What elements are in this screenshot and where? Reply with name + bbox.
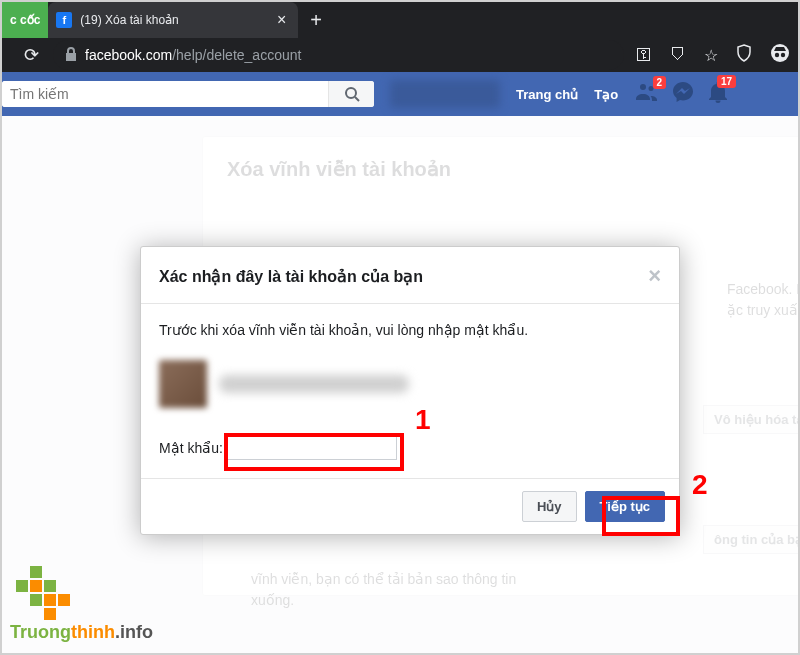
- svg-line-4: [355, 97, 359, 101]
- search-input[interactable]: [2, 81, 328, 107]
- url-text: facebook.com/help/delete_account: [85, 47, 301, 63]
- header-icons: 2 17: [636, 81, 728, 107]
- nav-create[interactable]: Tạo: [594, 87, 618, 102]
- watermark: Truongthinh.info: [10, 566, 153, 643]
- search-wrap: [2, 81, 374, 107]
- notifications-icon[interactable]: 17: [708, 81, 728, 107]
- watermark-logo: [16, 566, 153, 620]
- shield-icon[interactable]: [736, 44, 752, 66]
- profile-row: [159, 360, 661, 408]
- cancel-button[interactable]: Hủy: [522, 491, 577, 522]
- lock-icon: [65, 47, 77, 64]
- address-bar: ⟳ facebook.com/help/delete_account ⚿ ⛉ ☆: [2, 38, 798, 72]
- password-input[interactable]: [227, 436, 397, 460]
- facebook-header: Trang chủ Tạo 2 17: [2, 72, 798, 116]
- modal-description: Trước khi xóa vĩnh viễn tài khoản, vui l…: [159, 322, 661, 338]
- browser-tab-active[interactable]: f (19) Xóa tài khoản ×: [48, 2, 298, 38]
- coccoc-badge: c cốc: [2, 2, 48, 38]
- modal-header: Xác nhận đây là tài khoản của bạn ×: [141, 247, 679, 304]
- annotation-number-1: 1: [415, 404, 431, 436]
- modal-title: Xác nhận đây là tài khoản của bạn: [159, 267, 423, 286]
- messenger-icon[interactable]: [672, 81, 694, 107]
- modal-footer: Hủy Tiếp tục: [141, 478, 679, 534]
- password-row: Mật khẩu:: [159, 436, 661, 460]
- password-label: Mật khẩu:: [159, 440, 223, 456]
- key-icon[interactable]: ⚿: [636, 46, 652, 64]
- translate-icon[interactable]: ⛉: [670, 46, 686, 64]
- notifications-badge: 17: [717, 75, 736, 88]
- url-box[interactable]: facebook.com/help/delete_account: [53, 40, 624, 70]
- browser-chrome: c cốc f (19) Xóa tài khoản × + ⟳ faceboo…: [2, 2, 798, 72]
- username-blurred: [219, 375, 409, 393]
- svg-point-3: [346, 88, 356, 98]
- watermark-text-3: .info: [115, 622, 153, 642]
- confirm-account-modal: Xác nhận đây là tài khoản của bạn × Trướ…: [140, 246, 680, 535]
- continue-button[interactable]: Tiếp tục: [585, 491, 665, 522]
- star-icon[interactable]: ☆: [704, 46, 718, 65]
- address-bar-icons: ⚿ ⛉ ☆: [636, 43, 790, 67]
- reload-icon[interactable]: ⟳: [24, 44, 39, 66]
- facebook-favicon: f: [56, 12, 72, 28]
- friends-icon[interactable]: 2: [636, 82, 658, 106]
- watermark-text-2: thinh: [71, 622, 115, 642]
- incognito-icon[interactable]: [770, 43, 790, 67]
- new-tab-icon[interactable]: +: [310, 9, 322, 32]
- tab-title: (19) Xóa tài khoản: [80, 13, 178, 27]
- close-tab-icon[interactable]: ×: [277, 11, 286, 29]
- nav-home[interactable]: Trang chủ: [516, 87, 578, 102]
- avatar-blurred: [159, 360, 207, 408]
- friends-badge: 2: [653, 76, 667, 89]
- svg-point-2: [781, 53, 785, 57]
- annotation-number-2: 2: [692, 469, 708, 501]
- watermark-text-1: Truong: [10, 622, 71, 642]
- svg-point-1: [775, 53, 779, 57]
- modal-close-icon[interactable]: ×: [648, 263, 661, 289]
- modal-body: Trước khi xóa vĩnh viễn tài khoản, vui l…: [141, 304, 679, 478]
- tab-strip: c cốc f (19) Xóa tài khoản × +: [2, 2, 798, 38]
- profile-button-blurred[interactable]: [390, 80, 500, 108]
- search-icon: [344, 86, 360, 102]
- search-button[interactable]: [328, 81, 374, 107]
- svg-point-0: [771, 44, 789, 62]
